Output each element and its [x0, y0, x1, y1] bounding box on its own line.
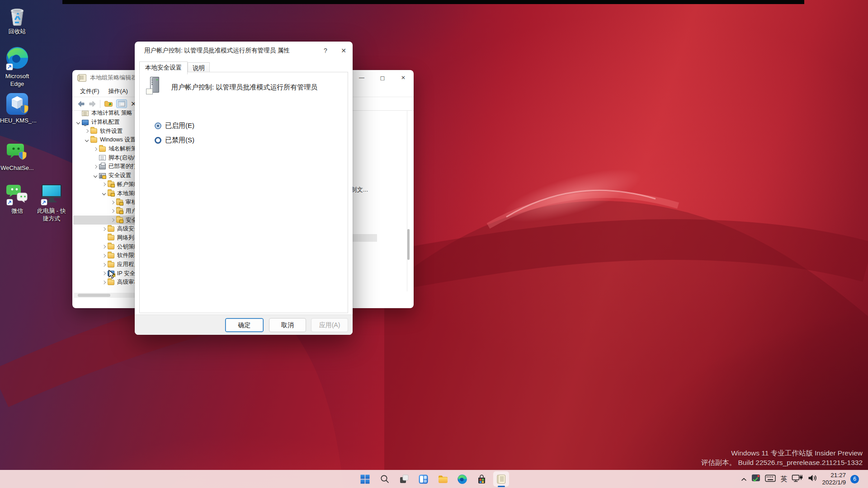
dialog-title: 用户帐户控制: 以管理员批准模式运行所有管理员 属性	[144, 47, 290, 55]
desktop-icon-this-pc[interactable]: 此电脑 - 快捷方式	[34, 183, 69, 222]
wechat-icon	[0, 183, 34, 206]
touch-keyboard-icon[interactable]	[765, 474, 776, 484]
tree-item[interactable]: 已部署的打印机	[73, 162, 142, 171]
radio-label: 已禁用(S)	[165, 136, 194, 145]
taskbar-button-task-view[interactable]	[394, 470, 414, 488]
right-pane-scrollbar-thumb[interactable]	[407, 229, 410, 260]
cancel-button[interactable]: 取消	[269, 318, 306, 332]
radio-option-enabled[interactable]: 已启用(E)	[155, 122, 194, 130]
tree-item[interactable]: 本地计算机 策略	[73, 109, 142, 118]
network-icon[interactable]	[792, 474, 803, 484]
taskbar-button-group-policy-editor[interactable]	[491, 470, 511, 488]
notification-badge[interactable]: 6	[850, 475, 859, 483]
close-button[interactable]: ✕	[335, 42, 353, 60]
tree-item[interactable]: 高级安全 Windows Defender 防火墙	[73, 225, 142, 234]
tree-item[interactable]: 计算机配置	[73, 118, 142, 127]
desktop-icon-microsoft-edge[interactable]: Microsoft Edge	[0, 47, 34, 88]
taskbar-button-search[interactable]	[375, 470, 394, 488]
hidden-icons-chevron[interactable]	[741, 475, 747, 483]
chevron-down-icon[interactable]	[100, 192, 108, 195]
chevron-right-icon[interactable]	[108, 210, 116, 212]
tree-horizontal-scrollbar[interactable]	[74, 293, 140, 298]
tray-app-icon[interactable]	[751, 474, 760, 484]
volume-icon[interactable]	[807, 474, 817, 484]
chevron-right-icon[interactable]	[91, 165, 99, 168]
menu-action[interactable]: 操作(A)	[108, 87, 128, 95]
tree-item[interactable]: 用户权限分配	[73, 207, 142, 216]
desktop-icon-wechat-setup[interactable]: WeChatSe...	[0, 141, 34, 172]
chevron-right-icon[interactable]	[83, 130, 90, 132]
minimize-button[interactable]: —	[351, 70, 372, 85]
radio-checked-icon[interactable]	[155, 137, 161, 144]
right-pane-row-highlight	[351, 234, 377, 242]
taskbar-button-start[interactable]	[355, 470, 375, 488]
desktop-icon-label: 此电脑 - 快捷方式	[34, 207, 69, 222]
system-tray: 英 21:27 2022/1/9 6	[741, 470, 859, 488]
tree-item[interactable]: Windows 设置	[73, 136, 142, 145]
tree-item[interactable]: 软件设置	[73, 127, 142, 136]
tree-item[interactable]: 应用程序控制策略	[73, 260, 142, 269]
ime-indicator[interactable]: 英	[780, 475, 787, 483]
tree-item[interactable]: 本地策略	[73, 189, 142, 198]
chevron-right-icon[interactable]	[100, 183, 108, 186]
apply-button[interactable]: 应用(A)	[311, 318, 348, 332]
close-button[interactable]: ✕	[393, 70, 414, 85]
right-pane-scrollbar-track	[407, 111, 407, 291]
chevron-right-icon[interactable]	[108, 201, 116, 204]
desktop-icon-wechat[interactable]: 微信	[0, 183, 34, 215]
policy-server-icon	[146, 77, 162, 95]
radio-icon[interactable]	[155, 122, 161, 129]
taskbar-button-file-explorer[interactable]	[433, 470, 453, 488]
desktop-icon-recycle-bin[interactable]: 回收站	[0, 5, 34, 35]
taskbar-button-widgets[interactable]	[414, 470, 433, 488]
tree-item-label: 计算机配置	[91, 118, 120, 126]
tree-item[interactable]: 公钥策略	[73, 242, 142, 251]
tree-item[interactable]: 帐户策略	[73, 180, 142, 189]
chevron-down-icon[interactable]	[83, 139, 90, 141]
radio-option-disabled[interactable]: 已禁用(S)	[155, 136, 194, 145]
insider-watermark: Windows 11 专业工作站版 Insider Preview 评估副本。 …	[701, 448, 863, 467]
search-icon	[380, 474, 390, 484]
watermark-line2: 评估副本。 Build 22526.rs_prerelease.211215-1…	[701, 458, 863, 467]
taskbar: 英 21:27 2022/1/9 6	[0, 470, 868, 488]
chevron-right-icon[interactable]	[100, 228, 108, 230]
taskbar-button-edge[interactable]	[453, 470, 472, 488]
scrollbar-thumb[interactable]	[78, 294, 110, 297]
this-pc-icon	[34, 183, 69, 206]
chevron-right-icon[interactable]	[91, 148, 99, 150]
tree-item[interactable]: 审核策略	[73, 198, 142, 207]
tree-item[interactable]: 脚本(启动/关机)	[73, 153, 142, 162]
show-console-tree-icon[interactable]	[116, 99, 127, 108]
chevron-right-icon[interactable]	[100, 281, 108, 284]
chevron-right-icon[interactable]	[100, 245, 108, 248]
uac-policy-dialog: 用户帐户控制: 以管理员批准模式运行所有管理员 属性 ? ✕ 本地安全设置 说明…	[135, 42, 353, 335]
tree-item[interactable]: 安全设置	[73, 171, 142, 180]
tree-item-label: Windows 设置	[100, 136, 136, 144]
chevron-down-icon[interactable]	[91, 174, 99, 177]
desktop-icon-heu-kms[interactable]: HEU_KMS_...	[0, 93, 34, 124]
chevron-right-icon[interactable]	[100, 272, 108, 275]
taskbar-clock[interactable]: 21:27 2022/1/9	[822, 472, 846, 486]
maximize-button[interactable]: ◻	[372, 70, 393, 85]
export-list-icon[interactable]	[104, 100, 113, 108]
tree-item[interactable]: 安全选项	[73, 216, 142, 225]
back-icon[interactable]	[77, 101, 85, 107]
toolbar-separator	[100, 100, 100, 108]
taskbar-button-store[interactable]	[472, 470, 491, 488]
tree-item[interactable]: 高级审核策略配置	[73, 278, 142, 287]
computer-icon	[82, 120, 89, 125]
ok-button[interactable]: 确定	[225, 318, 264, 332]
chevron-right-icon[interactable]	[100, 254, 108, 257]
chevron-right-icon[interactable]	[108, 219, 116, 221]
chevron-right-icon[interactable]	[100, 263, 108, 266]
help-button[interactable]: ?	[316, 42, 335, 60]
menu-file[interactable]: 文件(F)	[80, 87, 99, 95]
tree-item[interactable]: 域名解析策略	[73, 145, 142, 154]
start-icon	[360, 474, 370, 484]
chevron-down-icon[interactable]	[74, 121, 82, 124]
forward-icon[interactable]	[89, 101, 96, 107]
tab-local-security-setting[interactable]: 本地安全设置	[139, 61, 188, 75]
tree-item[interactable]: 网络列表管理器策略	[73, 234, 142, 243]
tree-item[interactable]: 软件限制策略	[73, 251, 142, 260]
tree-item[interactable]: IP 安全策略，在 本地计算机	[73, 269, 142, 278]
